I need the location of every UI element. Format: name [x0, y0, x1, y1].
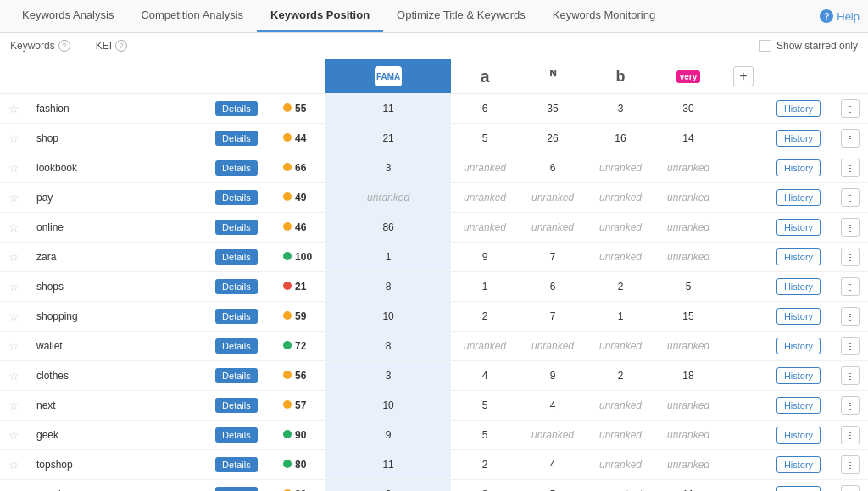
details-button[interactable]: Details — [215, 101, 258, 116]
history-button[interactable]: History — [776, 159, 821, 176]
action-button[interactable]: ⋮ — [841, 485, 860, 491]
action-button[interactable]: ⋮ — [841, 337, 860, 355]
star-icon[interactable]: ☆ — [8, 250, 19, 264]
th-details — [207, 59, 275, 94]
details-button[interactable]: Details — [215, 220, 258, 235]
details-cell: Details — [207, 124, 275, 153]
details-button[interactable]: Details — [215, 190, 258, 205]
star-cell[interactable]: ☆ — [0, 421, 28, 450]
star-icon[interactable]: ☆ — [8, 220, 19, 234]
keyword-cell: pay — [28, 183, 207, 213]
action-button[interactable]: ⋮ — [841, 188, 860, 207]
th-very: very — [654, 59, 722, 94]
star-cell[interactable]: ☆ — [0, 391, 28, 421]
history-button[interactable]: History — [776, 427, 821, 444]
action-button[interactable]: ⋮ — [841, 129, 860, 148]
details-button[interactable]: Details — [215, 368, 258, 383]
action-button[interactable]: ⋮ — [841, 426, 860, 444]
action-button[interactable]: ⋮ — [841, 307, 860, 326]
star-icon[interactable]: ☆ — [8, 191, 19, 204]
action-cell: ⋮ — [832, 243, 868, 272]
th-history — [765, 59, 832, 94]
details-button[interactable]: Details — [215, 160, 258, 176]
history-button[interactable]: History — [776, 130, 821, 147]
details-button[interactable]: Details — [215, 487, 258, 491]
star-icon[interactable]: ☆ — [8, 280, 19, 293]
star-icon[interactable]: ☆ — [8, 399, 19, 412]
star-cell[interactable]: ☆ — [0, 450, 28, 480]
history-cell: History — [765, 391, 832, 421]
plus-cell — [722, 480, 765, 492]
star-icon[interactable]: ☆ — [8, 131, 19, 145]
star-cell[interactable]: ☆ — [0, 480, 28, 492]
th-plus[interactable]: + — [722, 59, 765, 94]
n-cell: 5 — [519, 480, 587, 492]
kei-dot — [283, 400, 292, 409]
a-cell: unranked — [451, 153, 519, 183]
history-button[interactable]: History — [776, 219, 821, 236]
star-cell[interactable]: ☆ — [0, 272, 28, 302]
kei-dot — [283, 222, 292, 231]
tab-keywords-analysis[interactable]: Keywords Analysis — [8, 0, 127, 32]
details-button[interactable]: Details — [215, 338, 258, 354]
details-button[interactable]: Details — [215, 427, 258, 443]
star-cell[interactable]: ☆ — [0, 302, 28, 332]
action-button[interactable]: ⋮ — [841, 99, 860, 118]
tab-competition-analysis[interactable]: Competition Analysis — [127, 0, 257, 32]
starred-checkbox[interactable] — [760, 40, 771, 52]
details-cell: Details — [207, 153, 275, 183]
history-button[interactable]: History — [776, 100, 821, 117]
star-icon[interactable]: ☆ — [8, 428, 19, 442]
action-button[interactable]: ⋮ — [841, 396, 860, 415]
tab-optimize-title[interactable]: Optimize Title & Keywords — [383, 0, 539, 32]
show-starred[interactable]: Show starred only — [760, 40, 858, 52]
star-cell[interactable]: ☆ — [0, 361, 28, 391]
star-cell[interactable]: ☆ — [0, 153, 28, 183]
star-icon[interactable]: ☆ — [8, 458, 19, 471]
history-button[interactable]: History — [776, 248, 821, 265]
action-button[interactable]: ⋮ — [841, 218, 860, 237]
history-button[interactable]: History — [776, 486, 821, 491]
action-button[interactable]: ⋮ — [841, 248, 860, 266]
history-button[interactable]: History — [776, 308, 821, 325]
tab-keywords-monitoring[interactable]: Keywords Monitoring — [539, 0, 669, 32]
star-icon[interactable]: ☆ — [8, 339, 19, 353]
action-button[interactable]: ⋮ — [841, 277, 860, 296]
tab-keywords-position[interactable]: Keywords Position — [257, 0, 383, 32]
history-button[interactable]: History — [776, 338, 821, 354]
action-button[interactable]: ⋮ — [841, 455, 860, 474]
details-button[interactable]: Details — [215, 279, 258, 294]
star-cell[interactable]: ☆ — [0, 332, 28, 361]
th-action — [832, 59, 868, 94]
kei-cell: 80 — [275, 450, 326, 480]
star-icon[interactable]: ☆ — [8, 310, 19, 323]
star-cell[interactable]: ☆ — [0, 243, 28, 272]
history-button[interactable]: History — [776, 456, 821, 473]
history-button[interactable]: History — [776, 367, 821, 384]
star-icon[interactable]: ☆ — [8, 161, 19, 175]
star-icon[interactable]: ☆ — [8, 488, 19, 491]
star-cell[interactable]: ☆ — [0, 94, 28, 124]
details-button[interactable]: Details — [215, 398, 258, 413]
history-button[interactable]: History — [776, 189, 821, 206]
kei-info-icon[interactable]: ? — [115, 40, 127, 52]
help-button[interactable]: ? Help — [820, 9, 860, 23]
keyword-cell: clothes — [28, 361, 207, 391]
star-icon[interactable]: ☆ — [8, 102, 19, 115]
details-button[interactable]: Details — [215, 309, 258, 324]
history-button[interactable]: History — [776, 397, 821, 414]
details-button[interactable]: Details — [215, 249, 258, 265]
history-button[interactable]: History — [776, 278, 821, 295]
details-button[interactable]: Details — [215, 131, 258, 146]
star-cell[interactable]: ☆ — [0, 183, 28, 213]
keywords-info-icon[interactable]: ? — [58, 40, 70, 52]
action-button[interactable]: ⋮ — [841, 159, 860, 177]
details-cell: Details — [207, 480, 275, 492]
keywords-table: FAMA a ᴺ b very + — [0, 59, 868, 491]
a-cell: unranked — [451, 183, 519, 213]
details-button[interactable]: Details — [215, 457, 258, 472]
star-cell[interactable]: ☆ — [0, 124, 28, 153]
star-icon[interactable]: ☆ — [8, 369, 19, 382]
star-cell[interactable]: ☆ — [0, 213, 28, 243]
action-button[interactable]: ⋮ — [841, 366, 860, 385]
